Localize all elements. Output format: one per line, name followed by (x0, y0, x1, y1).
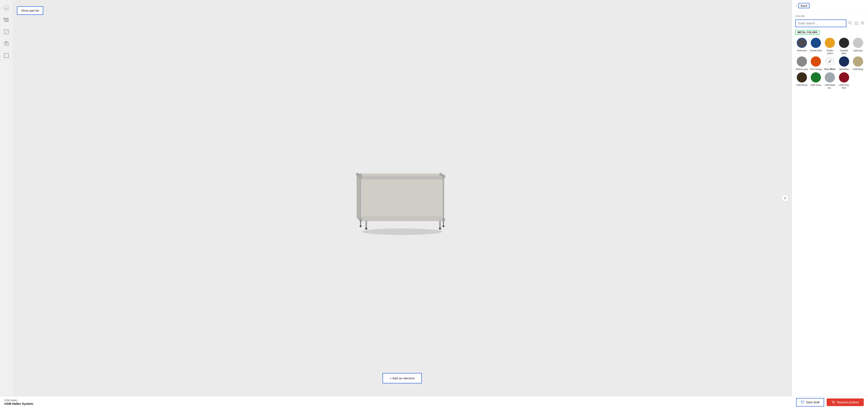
color-item-light-gray[interactable]: Light gray (851, 38, 865, 55)
next-arrow[interactable] (782, 195, 788, 201)
back-label[interactable]: back (799, 3, 809, 8)
svg-point-54 (857, 24, 858, 25)
color-swatch-pure-orange (811, 56, 821, 67)
bottom-bar: USM Haller USM Haller System Save draft … (0, 396, 868, 408)
svg-rect-29 (362, 216, 442, 219)
svg-rect-30 (366, 221, 367, 228)
svg-point-33 (439, 227, 441, 230)
color-label-medium-gray: Medium gray (796, 68, 808, 71)
expand-icon[interactable] (3, 52, 10, 59)
color-label-usm-beige: USM Beige (853, 68, 864, 71)
search-input[interactable] (795, 20, 846, 27)
svg-point-59 (834, 403, 835, 404)
svg-point-14 (362, 228, 442, 235)
color-swatch-anthracite (797, 38, 807, 48)
right-panel: ‹ back COLOR (792, 0, 868, 396)
color-section-label: COLOR (795, 15, 865, 18)
svg-rect-22 (360, 176, 444, 177)
color-swatch-golden-yellow (825, 38, 835, 48)
svg-point-37 (442, 225, 444, 227)
svg-point-48 (857, 22, 858, 23)
product-brand: USM Haller (4, 399, 33, 402)
svg-rect-28 (362, 180, 442, 216)
svg-point-40 (442, 175, 445, 178)
svg-rect-32 (439, 221, 441, 228)
svg-rect-13 (4, 54, 8, 58)
color-label-usm-ruby-red: USM Ruby Red (838, 84, 850, 89)
grid-view-icon[interactable] (854, 21, 859, 26)
bottom-actions: Save draft Request product (796, 398, 864, 407)
color-label-pure-white: Pure White (824, 68, 835, 71)
svg-point-42 (439, 173, 442, 176)
svg-line-7 (4, 30, 8, 34)
color-item-pure-white[interactable]: ✓Pure White (823, 56, 836, 71)
color-item-usm-matte-silver[interactable]: USM Matte silv... (823, 72, 836, 89)
svg-marker-38 (357, 174, 444, 176)
heart-icon (801, 401, 804, 404)
save-draft-button[interactable]: Save draft (796, 398, 824, 407)
color-label-golden-yellow: Golden yellow (824, 49, 836, 55)
search-icon[interactable] (848, 21, 852, 26)
color-item-steel-blue[interactable]: Steel Blue (837, 56, 850, 71)
color-label-light-gray: Light gray (854, 49, 863, 52)
color-item-usm-brown[interactable]: USM Brown (795, 72, 808, 89)
request-product-button[interactable]: Request product (827, 399, 864, 406)
color-swatch-usm-ruby-red (839, 72, 849, 83)
left-toolbar: AR (0, 0, 13, 396)
panel-content: COLOR (792, 11, 868, 396)
color-swatch-usm-green (811, 72, 821, 83)
svg-rect-20 (360, 176, 361, 223)
add-element-button[interactable]: + Add an element (382, 373, 422, 383)
svg-point-35 (360, 225, 362, 227)
color-label-graphite-black: Graphite black (838, 49, 850, 55)
color-swatch-gentian-blue (811, 38, 821, 48)
svg-point-49 (855, 23, 856, 24)
request-product-label: Request product (837, 401, 859, 404)
color-label-pure-orange: Pure Orange (810, 68, 822, 71)
color-item-usm-ruby-red[interactable]: USM Ruby Red (837, 72, 850, 89)
color-item-usm-beige[interactable]: USM Beige (851, 56, 865, 71)
svg-rect-2 (4, 18, 9, 19)
color-label-anthracite: Anthracite (797, 49, 807, 52)
furniture-preview (339, 160, 466, 236)
search-row (795, 20, 865, 27)
svg-point-31 (365, 227, 367, 230)
parts-icon[interactable] (3, 16, 10, 24)
color-swatch-light-gray (853, 38, 863, 48)
color-item-usm-green[interactable]: USM Green (809, 72, 823, 89)
product-name: USM Haller System (4, 402, 33, 405)
color-item-graphite-black[interactable]: Graphite black (837, 38, 850, 55)
viewport: Show part list (13, 0, 792, 396)
svg-point-47 (856, 22, 857, 23)
color-swatch-graphite-black (839, 38, 849, 48)
svg-point-11 (5, 43, 7, 44)
svg-text:AR: AR (5, 7, 8, 9)
color-item-medium-gray[interactable]: Medium gray (795, 56, 808, 71)
color-swatch-usm-matte-silver (825, 72, 835, 83)
color-swatch-usm-beige (853, 56, 863, 67)
back-chevron-icon: ‹ (796, 4, 797, 8)
checkmark-icon: ✓ (828, 59, 832, 64)
screenshot-icon[interactable] (3, 40, 10, 48)
color-item-golden-yellow[interactable]: Golden yellow (823, 38, 836, 55)
show-part-list-button[interactable]: Show part list (17, 6, 43, 15)
list-view-icon[interactable] (860, 21, 865, 26)
color-label-gentian-blue: Gentian blue (810, 49, 822, 52)
color-item-anthracite[interactable]: Anthracite (795, 38, 808, 55)
svg-point-51 (857, 23, 858, 24)
color-item-gentian-blue[interactable]: Gentian blue (809, 38, 823, 55)
color-label-usm-matte-silver: USM Matte silv... (824, 84, 836, 89)
svg-point-50 (856, 23, 857, 24)
save-draft-label: Save draft (806, 401, 819, 404)
back-navigation[interactable]: ‹ back (792, 0, 868, 11)
svg-point-58 (833, 403, 833, 404)
color-swatch-steel-blue (839, 56, 849, 67)
svg-point-46 (855, 22, 856, 23)
color-label-usm-green: USM Green (810, 84, 822, 87)
color-item-pure-orange[interactable]: Pure Orange (809, 56, 823, 71)
color-swatch-usm-brown (797, 72, 807, 83)
color-label-usm-brown: USM Brown (796, 84, 807, 87)
ar-icon[interactable]: AR (3, 4, 10, 12)
svg-point-53 (856, 24, 857, 25)
dimensions-icon[interactable] (3, 28, 10, 36)
